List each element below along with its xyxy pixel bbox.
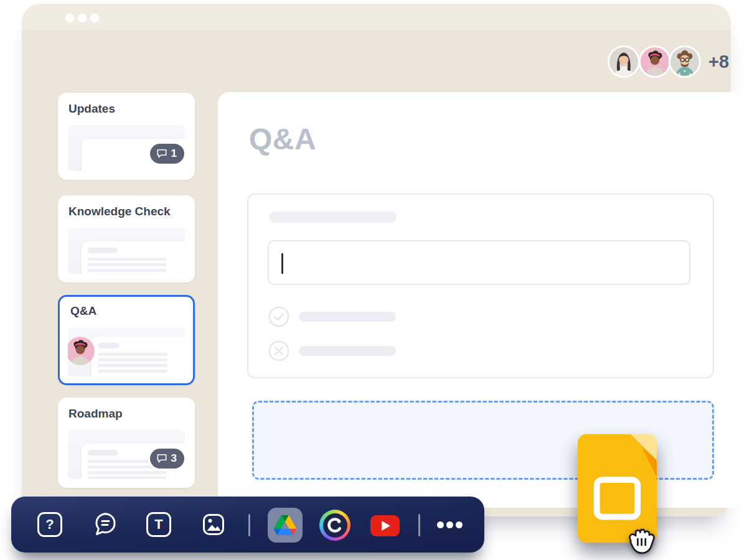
play-triangle-icon: [382, 521, 390, 531]
google-drive-button[interactable]: [268, 508, 303, 543]
comment-bubble-icon: [156, 454, 167, 464]
window-control-dot[interactable]: [90, 14, 99, 22]
question-block: [247, 194, 714, 378]
window-control-dot[interactable]: [65, 14, 74, 22]
grab-hand-cursor: [622, 520, 659, 556]
slide-canvas: Q&A: [218, 92, 743, 508]
comments-button[interactable]: [90, 510, 120, 539]
thumbnail-panel: [92, 337, 185, 376]
avatar-illustration: [641, 47, 669, 76]
skeleton-pill: [88, 450, 118, 455]
card-title: Q&A: [70, 304, 193, 318]
card-title: Updates: [68, 102, 195, 116]
comment-badge[interactable]: 1: [148, 142, 186, 166]
youtube-button[interactable]: [370, 515, 400, 536]
slide-thumbnail: [68, 228, 185, 274]
slide-thumbnail: [68, 327, 185, 376]
skeleton-line: [98, 364, 167, 367]
x-circle-icon: [268, 340, 289, 362]
dot: [446, 521, 453, 528]
collaborator-avatar-1[interactable]: [608, 45, 640, 78]
skeleton-line: [98, 358, 167, 362]
gradient-ring-inner: [323, 513, 347, 538]
avatar-illustration: [609, 47, 638, 76]
window-control-dot[interactable]: [78, 14, 87, 22]
avatar-illustration: [670, 47, 699, 76]
skeleton-question-bar: [269, 212, 397, 223]
question-text-input[interactable]: [268, 240, 690, 285]
more-options-button[interactable]: [437, 521, 463, 528]
collaborator-stack: +8: [608, 45, 747, 78]
card-title: Roadmap: [68, 407, 195, 421]
collaborator-avatar-3[interactable]: [669, 45, 701, 78]
sidebar-card-knowledge-check[interactable]: Knowledge Check: [58, 195, 195, 282]
skeleton-line: [88, 258, 166, 261]
skeleton-line: [88, 269, 166, 272]
skeleton-answer-bar: [299, 312, 396, 322]
skeleton-pill: [98, 343, 120, 348]
skeleton-answer-bar: [299, 346, 396, 356]
toolbar-divider: [248, 514, 250, 536]
help-button[interactable]: ?: [37, 512, 62, 537]
window-controls: [65, 14, 99, 22]
sidebar-card-updates[interactable]: Updates 1: [58, 93, 195, 180]
slide-title: Q&A: [249, 122, 316, 156]
toolbar-divider: [418, 514, 420, 536]
comment-badge[interactable]: 3: [148, 447, 186, 470]
chat-bubble-icon: [90, 510, 120, 539]
check-circle-icon: [268, 306, 289, 327]
text-tool-glyph: T: [154, 516, 162, 533]
editor-screenshot: +8 Updates 1 Knowledge Check: [0, 0, 747, 560]
text-cursor: [281, 253, 283, 274]
skeleton-pill: [88, 248, 118, 253]
collaborator-overflow-count[interactable]: +8: [708, 52, 729, 72]
card-title: Knowledge Check: [68, 205, 195, 218]
insert-toolbar: ? T: [11, 497, 484, 553]
image-tool-button[interactable]: [201, 512, 226, 537]
google-drive-icon: [274, 515, 296, 535]
sidebar-card-roadmap[interactable]: Roadmap 3: [58, 398, 195, 488]
text-tool-button[interactable]: T: [146, 512, 171, 537]
skeleton-line: [98, 370, 167, 373]
sidebar-card-qa-selected[interactable]: Q&A: [58, 295, 195, 385]
dot: [437, 521, 444, 528]
gradient-ring-media-button[interactable]: [319, 510, 350, 541]
help-glyph: ?: [45, 516, 54, 533]
skeleton-line: [88, 263, 166, 266]
dot: [456, 521, 463, 528]
avatar-illustration: [68, 337, 95, 365]
skeleton-line: [88, 477, 166, 479]
comment-count: 3: [171, 452, 177, 465]
skeleton-line: [88, 471, 166, 474]
image-icon: [201, 512, 226, 537]
thumbnail-avatar: [68, 337, 95, 365]
comment-bubble-icon: [156, 149, 167, 159]
collaborator-avatar-2[interactable]: [639, 45, 671, 78]
skeleton-line: [98, 353, 167, 356]
g-glyph-icon: [326, 516, 344, 534]
comment-count: 1: [171, 147, 177, 160]
thumbnail-panel: [82, 241, 185, 274]
